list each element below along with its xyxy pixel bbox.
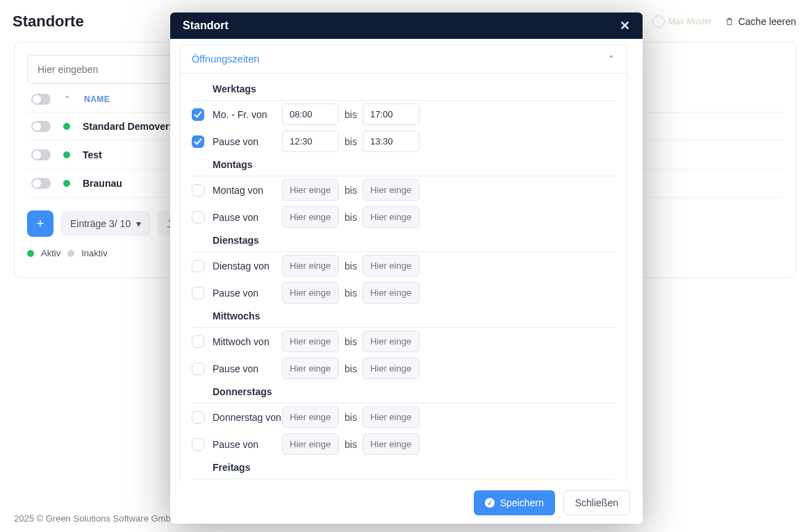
accordion-header[interactable]: Öffnungszeiten ⌃ [181, 45, 627, 74]
row-label: Pause von [213, 136, 282, 147]
time-to-input[interactable] [363, 103, 420, 125]
check-circle-icon: ✓ [485, 498, 495, 508]
bis-label: bis [339, 260, 363, 272]
row-label: Dienstag von [213, 260, 282, 272]
location-modal: Standort ✕ Öffnungszeiten ⌃ WerktagsMo. … [170, 13, 643, 524]
save-button[interactable]: ✓ Speichern [474, 490, 555, 515]
section-header: Donnerstags [192, 382, 615, 403]
time-to-input[interactable] [363, 406, 420, 428]
time-to-input[interactable] [363, 206, 420, 228]
row-label: Donnerstag von [213, 412, 282, 423]
time-to-input[interactable] [363, 282, 420, 304]
bis-label: bis [339, 185, 363, 196]
row-label: Pause von [213, 439, 282, 450]
row-checkbox[interactable] [192, 135, 204, 148]
time-row: Mittwoch vonbis [192, 328, 615, 355]
time-from-input[interactable] [282, 331, 339, 352]
row-label: Pause von [213, 363, 282, 374]
time-from-input[interactable] [282, 131, 339, 152]
time-from-input[interactable] [282, 179, 339, 201]
section-header: Montags [192, 155, 615, 176]
time-to-input[interactable] [363, 179, 420, 201]
section-header: Werktags [192, 79, 615, 100]
time-row: Montag vonbis [192, 176, 615, 203]
section-header: Freitags [192, 458, 615, 479]
save-label: Speichern [500, 497, 544, 508]
time-from-input[interactable] [282, 282, 339, 304]
bis-label: bis [339, 412, 363, 423]
opening-hours-accordion: Öffnungszeiten ⌃ WerktagsMo. - Fr. vonbi… [180, 44, 627, 481]
time-from-input[interactable] [282, 206, 339, 228]
time-row: Donnerstag vonbis [192, 404, 615, 431]
chevron-up-icon: ⌃ [607, 53, 615, 65]
time-from-input[interactable] [282, 406, 339, 428]
time-row: Pause vonbis [192, 279, 615, 306]
close-button[interactable]: Schließen [563, 490, 630, 515]
row-checkbox[interactable] [192, 260, 204, 272]
time-row: Pause vonbis [192, 355, 615, 382]
modal-header: Standort ✕ [170, 13, 643, 39]
bis-label: bis [339, 439, 363, 450]
close-label: Schließen [575, 497, 618, 508]
bis-label: bis [339, 109, 363, 120]
time-row: Pause vonbis [192, 128, 615, 155]
row-checkbox[interactable] [192, 363, 204, 375]
modal-title: Standort [183, 19, 229, 32]
bis-label: bis [339, 212, 363, 223]
row-label: Pause von [213, 288, 282, 299]
time-from-input[interactable] [282, 103, 339, 125]
section-header: Dienstags [192, 231, 615, 251]
bis-label: bis [339, 136, 363, 147]
time-to-input[interactable] [363, 255, 420, 276]
modal-body[interactable]: Öffnungszeiten ⌃ WerktagsMo. - Fr. vonbi… [170, 39, 643, 481]
time-from-input[interactable] [282, 255, 339, 276]
row-checkbox[interactable] [192, 184, 204, 197]
modal-footer: ✓ Speichern Schließen [170, 481, 643, 524]
row-checkbox[interactable] [192, 438, 204, 451]
row-checkbox[interactable] [192, 108, 204, 121]
time-row: Pause vonbis [192, 203, 615, 231]
bis-label: bis [339, 288, 363, 299]
time-row: Freitag vonbis [192, 479, 615, 481]
row-checkbox[interactable] [192, 211, 204, 224]
row-label: Pause von [213, 212, 282, 223]
time-row: Dienstag vonbis [192, 252, 615, 279]
accordion-title: Öffnungszeiten [192, 53, 259, 65]
row-label: Montag von [213, 185, 282, 196]
section-header: Mittwochs [192, 306, 615, 327]
time-to-input[interactable] [363, 131, 420, 152]
accordion-body: WerktagsMo. - Fr. vonbisPause vonbisMont… [181, 74, 627, 481]
row-label: Mittwoch von [213, 336, 282, 347]
close-icon[interactable]: ✕ [620, 19, 630, 32]
time-row: Pause vonbis [192, 431, 615, 458]
time-to-input[interactable] [363, 358, 420, 379]
bis-label: bis [339, 336, 363, 347]
time-from-input[interactable] [282, 433, 339, 455]
time-to-input[interactable] [363, 331, 420, 352]
time-row: Mo. - Fr. vonbis [192, 101, 615, 128]
row-checkbox[interactable] [192, 335, 204, 348]
row-checkbox[interactable] [192, 411, 204, 424]
time-from-input[interactable] [282, 358, 339, 379]
time-to-input[interactable] [363, 433, 420, 455]
row-checkbox[interactable] [192, 287, 204, 299]
row-label: Mo. - Fr. von [213, 109, 282, 120]
bis-label: bis [339, 363, 363, 374]
